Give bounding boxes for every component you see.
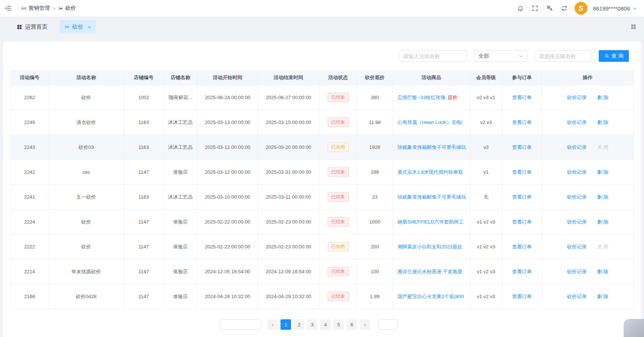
page-button[interactable]: 1 (281, 319, 291, 330)
delete-link[interactable]: 删 除 (597, 293, 609, 300)
product-link[interactable]: 忘情巴黎--33枝红玫瑰 (397, 95, 445, 100)
actions-cell: 砍价记录删 除 (542, 110, 634, 135)
orders-cell: 查看订单 (502, 85, 542, 110)
column-header: 活动商品 (393, 70, 470, 85)
breadcrumb-page[interactable]: ✂ 砍价 (59, 5, 76, 12)
status-cell: 已结束 (319, 110, 357, 135)
grid-icon (17, 24, 22, 30)
member-level-cell: v2 v3 (470, 110, 502, 135)
table-row: 2166砍价04281147体验店2024-04-28 10:32:002024… (11, 284, 634, 309)
column-header: 活动编号 (11, 70, 49, 85)
status-select[interactable]: 全部 (474, 50, 527, 62)
bargain-record-link[interactable]: 砍价记录 (567, 194, 587, 201)
view-orders-link[interactable]: 查看订单 (512, 244, 532, 250)
bargain-record-link[interactable]: 砍价记录 (567, 219, 587, 225)
table-row: 2245清仓砍价1163沐沐工艺品2025-03-13 00:00:002025… (11, 110, 634, 135)
user-menu[interactable]: 86199****0806 (593, 5, 637, 12)
shop-name-cell: 体验店 (164, 160, 198, 185)
view-orders-link[interactable]: 查看订单 (512, 95, 532, 100)
translate-icon[interactable] (545, 4, 554, 13)
activity-name-cell: 砍价 (49, 85, 124, 110)
avatar[interactable]: S (575, 2, 587, 15)
product-link[interactable]: 国产蜜宝白心火龙果2个装(800 (397, 294, 464, 299)
view-orders-link[interactable]: 查看订单 (512, 119, 532, 125)
activity-name-input[interactable] (399, 50, 467, 62)
close-link[interactable]: 关 闭 (597, 144, 609, 151)
product-link[interactable]: 心有所属（Heart LocK）充电/ (397, 119, 463, 125)
prev-page-button[interactable]: ‹ (267, 319, 278, 330)
shop-name-input[interactable] (535, 50, 591, 62)
page-size-select[interactable] (220, 319, 261, 330)
breadcrumb-section[interactable]: 营销管理 (21, 5, 50, 12)
shop-name-cell: 体验店 (164, 284, 198, 309)
bargain-record-link[interactable]: 砍价记录 (567, 144, 587, 151)
orders-cell: 查看订单 (502, 135, 542, 160)
bargain-record-link[interactable]: 砍价记录 (567, 293, 587, 300)
orders-cell: 查看订单 (502, 185, 542, 210)
next-page-button[interactable]: › (360, 319, 370, 330)
end-time-cell: 2024-12-09 16:54:00 (258, 259, 319, 284)
delete-link[interactable]: 删 除 (597, 94, 609, 101)
product-cell: 忘情巴黎--33枝红玫瑰原价: (393, 85, 470, 110)
bargain-record-link[interactable]: 砍价记录 (567, 244, 587, 250)
fullscreen-icon[interactable] (531, 4, 540, 13)
page-button[interactable]: 5 (333, 319, 344, 330)
product-link[interactable]: 珍妮象变身戴帽兔子可爱毛绒玩 (397, 144, 466, 150)
status-badge: 已结束 (328, 93, 349, 102)
product-link[interactable]: 钢盾SHEFFIELD六件套助焊工 (397, 219, 464, 225)
search-button[interactable]: 查 询 (599, 50, 629, 62)
refresh-icon[interactable] (560, 4, 569, 13)
view-orders-link[interactable]: 查看订单 (512, 294, 532, 299)
tab-home[interactable]: 运营首页 (11, 20, 53, 34)
delete-link[interactable]: 删 除 (597, 194, 609, 201)
layout-grid-icon[interactable] (630, 24, 636, 30)
table-row: 2214年末优惠砍价1147体验店2024-12-05 16:54:002024… (11, 259, 634, 284)
corner-widget[interactable] (624, 319, 644, 337)
product-link[interactable]: 美式实木1.8米现代简约轻奢双 (397, 169, 463, 175)
status-badge: 已结束 (328, 167, 349, 177)
bargain-record-link[interactable]: 砍价记录 (567, 169, 587, 176)
column-header: 参与订单 (502, 70, 542, 85)
close-link[interactable]: 关 闭 (597, 244, 609, 250)
delete-link[interactable]: 删 除 (597, 119, 609, 126)
bargain-record-link[interactable]: 砍价记录 (567, 94, 587, 101)
page-jump-input[interactable] (379, 319, 397, 330)
table-row: 2241五一砍价1163沐沐工艺品2025-03-10 00:00:002025… (11, 185, 634, 210)
delete-link[interactable]: 删 除 (597, 268, 609, 275)
bargain-record-link[interactable]: 砍价记录 (567, 268, 587, 275)
menu-fold-icon[interactable] (4, 4, 13, 13)
start-time-cell: 2025-03-10 00:00:00 (198, 185, 258, 210)
page-button[interactable]: 3 (307, 319, 317, 330)
page-button[interactable]: 6 (347, 319, 357, 330)
product-link[interactable]: 珍妮象变身戴帽兔子可爱毛绒玩 (397, 194, 466, 200)
orders-cell: 查看订单 (502, 160, 542, 185)
product-link[interactable]: 潮牌真皮小白鞋女鞋2023新款 (397, 244, 462, 250)
shop-id-cell: 1147 (124, 284, 164, 309)
column-header: 店铺名称 (164, 70, 198, 85)
activity-id-cell: 2242 (11, 160, 49, 185)
status-cell: 已结束 (319, 259, 357, 284)
view-orders-link[interactable]: 查看订单 (512, 219, 532, 225)
notification-bell-icon[interactable] (516, 4, 525, 13)
bargain-table: 活动编号活动名称店铺编号店铺名称活动开始时间活动结束时间活动状态砍价底价活动商品… (11, 70, 633, 309)
tab-bargain[interactable]: ✂ 砍价 × (60, 20, 96, 34)
delete-link[interactable]: 删 除 (597, 169, 609, 176)
bargain-record-link[interactable]: 砍价记录 (567, 119, 587, 126)
view-orders-link[interactable]: 查看订单 (512, 269, 532, 274)
activity-id-cell: 2243 (11, 135, 49, 160)
activity-name-cell: 年末优惠砍价 (49, 259, 124, 284)
page-button[interactable]: 2 (294, 319, 304, 330)
tab-close-icon[interactable]: × (88, 24, 91, 30)
activity-id-cell: 2166 (11, 284, 49, 309)
column-header: 会员等级 (470, 70, 502, 85)
view-orders-link[interactable]: 查看订单 (512, 169, 532, 175)
shop-name-cell: 随商鲜花... (164, 85, 198, 110)
page-button[interactable]: 4 (320, 319, 331, 330)
product-link[interactable]: 雅诗兰黛沁水粉底液 干皮救星 (397, 269, 463, 274)
view-orders-link[interactable]: 查看订单 (512, 144, 532, 150)
chevron-down-icon (632, 6, 637, 11)
end-time-cell: 2025-03-20 00:00:00 (258, 135, 319, 160)
view-orders-link[interactable]: 查看订单 (512, 194, 532, 200)
member-level-cell: 无 (470, 185, 502, 210)
delete-link[interactable]: 删 除 (597, 219, 609, 225)
